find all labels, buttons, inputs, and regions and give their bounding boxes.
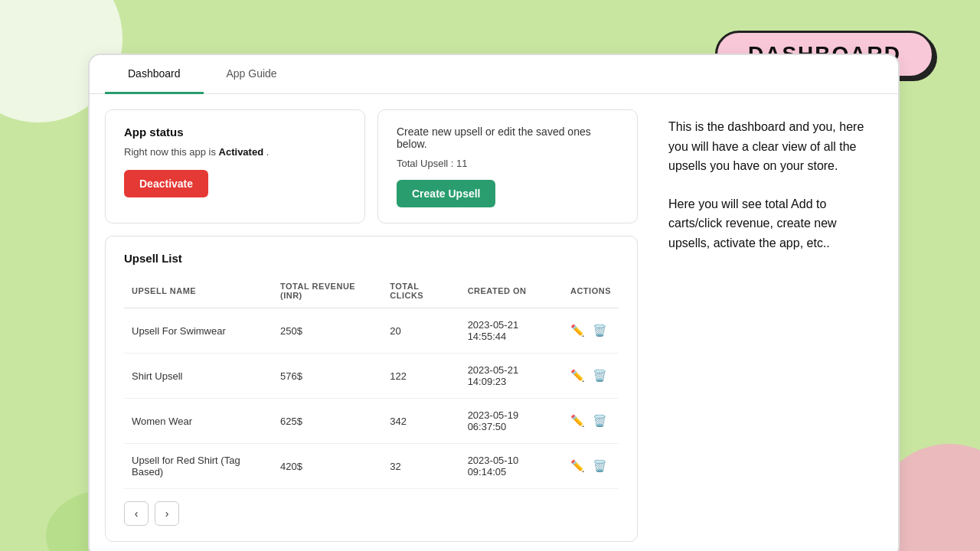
app-status-text: Right now this app is Activated .: [124, 146, 346, 158]
table-row: Upsell For Swimwear 250$ 20 2023-05-21 1…: [124, 308, 619, 354]
delete-icon-2[interactable]: 🗑️: [593, 414, 607, 428]
app-status-title: App status: [124, 126, 346, 139]
cell-name-0: Upsell For Swimwear: [124, 308, 273, 354]
app-status-prefix: Right now this app is: [124, 146, 219, 158]
top-cards: App status Right now this app is Activat…: [105, 109, 638, 223]
upsell-create-card: Create new upsell or edit the saved ones…: [377, 109, 638, 223]
upsell-list-card: Upsell List UPSELL NAME TOTAL REVENUE (I…: [105, 236, 638, 542]
left-panel: App status Right now this app is Activat…: [105, 109, 638, 542]
upsell-create-description: Create new upsell or edit the saved ones…: [397, 126, 619, 150]
app-status-suffix: .: [263, 146, 269, 158]
app-status-value: Activated: [219, 146, 264, 158]
cell-actions-3: ✏️ 🗑️: [563, 444, 619, 489]
edit-icon-3[interactable]: ✏️: [570, 459, 585, 473]
cell-revenue-1: 576$: [273, 354, 382, 399]
cell-actions-1: ✏️ 🗑️: [563, 354, 619, 399]
edit-icon-2[interactable]: ✏️: [570, 414, 585, 428]
pagination: ‹ ›: [124, 501, 619, 526]
cell-revenue-2: 625$: [273, 399, 382, 444]
deactivate-button[interactable]: Deactivate: [124, 170, 208, 197]
description-paragraph2: Here you will see total Add to carts/cli…: [668, 194, 867, 253]
tabs-bar: Dashboard App Guide: [90, 55, 898, 94]
pagination-prev-button[interactable]: ‹: [124, 501, 149, 526]
tab-dashboard[interactable]: Dashboard: [105, 55, 204, 94]
upsell-total: Total Upsell : 11: [397, 158, 619, 169]
upsell-table: UPSELL NAME TOTAL REVENUE (INR) TOTAL CL…: [124, 276, 619, 489]
cell-clicks-1: 122: [382, 354, 459, 399]
cell-created-3: 2023-05-10 09:14:05: [460, 444, 563, 489]
cell-clicks-0: 20: [382, 308, 459, 354]
cell-created-2: 2023-05-19 06:37:50: [460, 399, 563, 444]
cell-name-2: Women Wear: [124, 399, 273, 444]
upsell-list-title: Upsell List: [124, 252, 619, 265]
description-paragraph1: This is the dashboard and you, here you …: [668, 117, 867, 176]
upsell-total-label: Total Upsell :: [397, 158, 456, 169]
table-header-row: UPSELL NAME TOTAL REVENUE (INR) TOTAL CL…: [124, 276, 619, 308]
tab-app-guide[interactable]: App Guide: [204, 55, 300, 94]
col-name: UPSELL NAME: [124, 276, 273, 308]
pagination-next-button[interactable]: ›: [155, 501, 179, 526]
cell-name-1: Shirt Upsell: [124, 354, 273, 399]
table-row: Women Wear 625$ 342 2023-05-19 06:37:50 …: [124, 399, 619, 444]
cell-actions-0: ✏️ 🗑️: [563, 308, 619, 354]
delete-icon-0[interactable]: 🗑️: [593, 324, 607, 337]
edit-icon-0[interactable]: ✏️: [570, 324, 585, 337]
cell-actions-2: ✏️ 🗑️: [563, 399, 619, 444]
col-created: CREATED ON: [460, 276, 563, 308]
cell-name-3: Upsell for Red Shirt (Tag Based): [124, 444, 273, 489]
col-clicks: TOTAL CLICKS: [382, 276, 459, 308]
cell-clicks-3: 32: [382, 444, 459, 489]
cell-clicks-2: 342: [382, 399, 459, 444]
delete-icon-1[interactable]: 🗑️: [593, 369, 607, 383]
cell-created-0: 2023-05-21 14:55:44: [460, 308, 563, 354]
cell-revenue-3: 420$: [273, 444, 382, 489]
table-row: Shirt Upsell 576$ 122 2023-05-21 14:09:2…: [124, 354, 619, 399]
edit-icon-1[interactable]: ✏️: [570, 369, 585, 383]
content-area: App status Right now this app is Activat…: [90, 94, 898, 551]
app-status-card: App status Right now this app is Activat…: [105, 109, 365, 223]
upsell-total-count: 11: [456, 158, 467, 169]
col-revenue: TOTAL REVENUE (INR): [273, 276, 382, 308]
main-card: Dashboard App Guide App status Right now…: [88, 54, 900, 551]
col-actions: ACTIONS: [563, 276, 619, 308]
table-row: Upsell for Red Shirt (Tag Based) 420$ 32…: [124, 444, 619, 489]
create-upsell-button[interactable]: Create Upsell: [397, 180, 495, 207]
cell-revenue-0: 250$: [273, 308, 382, 354]
delete-icon-3[interactable]: 🗑️: [593, 459, 607, 473]
right-panel: This is the dashboard and you, here you …: [653, 109, 883, 542]
cell-created-1: 2023-05-21 14:09:23: [460, 354, 563, 399]
